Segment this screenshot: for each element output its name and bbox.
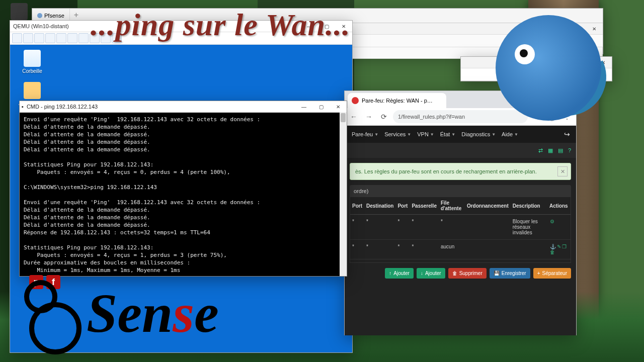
separator-button[interactable]: + Séparateur [533, 268, 571, 279]
pfsense-toolbar: ⇄ ▦ ▤ ? [345, 143, 576, 158]
logo-text: Sen [87, 283, 173, 344]
rule-row[interactable]: ****aucun⚓✎❐🗑 [350, 240, 571, 259]
cmd-title: CMD - ping 192.168.122.143 [24, 104, 295, 110]
col-header: Actions [547, 197, 571, 215]
pfsense-logo: pf Sense [19, 268, 219, 358]
pfsense-nav: Pare-feu▼ Services▼ VPN▼ État▼ Diagnosti… [345, 126, 576, 143]
delete-button[interactable]: 🗑 Supprimer [448, 268, 487, 279]
project-icon [37, 13, 42, 18]
cmd-output[interactable]: Envoi d'une requête 'Ping' 192.168.122.1… [20, 113, 347, 283]
tool-log-icon[interactable]: ▤ [558, 147, 563, 154]
toolbar-icon[interactable] [45, 33, 55, 43]
col-header: Passerelle [410, 197, 439, 215]
rules-panel-header: ordre) [350, 185, 571, 197]
edit-icon[interactable]: ✎ [557, 244, 561, 249]
nav-reload[interactable]: ⟳ [378, 111, 390, 123]
gns3-tab-label: Pfsense [44, 13, 64, 19]
rules-buttons: ↑ Ajouter ↓ Ajouter 🗑 Supprimer 💾 Enregi… [345, 263, 576, 284]
nav-vpn[interactable]: VPN▼ [414, 131, 437, 137]
nav-diagnostics[interactable]: Diagnostics▼ [458, 131, 499, 137]
toolbar-icon[interactable] [56, 33, 66, 43]
tool-toggle-icon[interactable]: ⇄ [538, 147, 543, 154]
tool-stats-icon[interactable]: ▦ [548, 147, 553, 154]
browser-tab-title: Pare-feu: Règles: WAN - p… [362, 98, 433, 104]
col-header: Port [395, 197, 410, 215]
toolbar-icon[interactable] [23, 33, 33, 43]
col-header: Ordonnancement [465, 197, 511, 215]
minimize-button[interactable]: — [295, 101, 312, 112]
cmd-window: ▪ CMD - ping 192.168.122.143 — ▢ ✕ Envoi… [19, 101, 347, 277]
nav-aide[interactable]: Aide▼ [499, 131, 521, 137]
toolbar-icon[interactable] [67, 33, 77, 43]
anchor-icon[interactable]: ⚓ [550, 244, 556, 249]
logo-text: e [194, 283, 219, 344]
save-button[interactable]: 💾 Enregistrer [490, 268, 530, 279]
add-rule-bottom-button[interactable]: ↓ Ajouter [417, 268, 445, 279]
add-rule-top-button[interactable]: ↑ Ajouter [385, 268, 414, 279]
col-header: Destination [364, 197, 395, 215]
browser-window: Pare-feu: Règles: WAN - p… — ▢ ✕ ← → ⟳ 1… [344, 90, 577, 335]
rules-table: PortDestinationPortPasserelleFile d'atte… [350, 197, 571, 259]
tool-help-icon[interactable]: ? [568, 147, 571, 153]
nav-parefeu[interactable]: Pare-feu▼ [349, 131, 381, 137]
col-header: Description [511, 197, 547, 215]
nav-back[interactable]: ← [348, 111, 360, 123]
maximize-button[interactable]: ▢ [312, 101, 330, 112]
guest-recycle-bin[interactable]: Corbeille [17, 50, 47, 74]
overlay-headline: ...ping sur le Wan... [91, 9, 351, 40]
browser-tab[interactable]: Pare-feu: Règles: WAN - p… [348, 93, 446, 108]
logo-text-red: s [173, 283, 194, 344]
success-alert: ès. Les règles du pare-feu sont en cours… [350, 163, 571, 180]
toolbar-icon[interactable] [12, 33, 22, 43]
toolbar-icon[interactable] [78, 33, 89, 43]
rule-row[interactable]: *****Bloquer les réseaux invalides⚙ [350, 215, 571, 240]
gear-icon[interactable]: ⚙ [550, 219, 554, 224]
alert-close[interactable]: ✕ [557, 166, 568, 176]
col-header: File d'attente [439, 197, 465, 215]
alert-text: ès. Les règles du pare-feu sont en cours… [355, 168, 537, 174]
toolbar-icon[interactable] [34, 33, 44, 43]
gns3-chameleon-logo [496, 15, 601, 121]
favicon-icon [352, 97, 359, 104]
cmd-icon: ▪ [20, 104, 24, 110]
row-actions[interactable]: ⚓✎❐🗑 [547, 240, 571, 259]
nav-etat[interactable]: État▼ [437, 131, 459, 137]
icon-label: Corbeille [22, 68, 42, 74]
cmd-scrollbar[interactable] [340, 112, 347, 276]
copy-icon[interactable]: ❐ [562, 244, 567, 249]
delete-icon[interactable]: 🗑 [550, 249, 555, 255]
scrollbar-thumb[interactable] [341, 113, 346, 122]
close-button[interactable]: ✕ [330, 101, 347, 112]
col-header: Port [350, 197, 364, 215]
nav-forward[interactable]: → [363, 111, 375, 123]
logout-icon[interactable]: ↪ [558, 130, 576, 138]
url-text: 1/firewall_rules.php?if=wan [398, 114, 465, 120]
pfsense-page: Pare-feu▼ Services▼ VPN▼ État▼ Diagnosti… [345, 126, 576, 335]
nav-services[interactable]: Services▼ [381, 131, 414, 137]
row-actions[interactable]: ⚙ [547, 215, 571, 240]
